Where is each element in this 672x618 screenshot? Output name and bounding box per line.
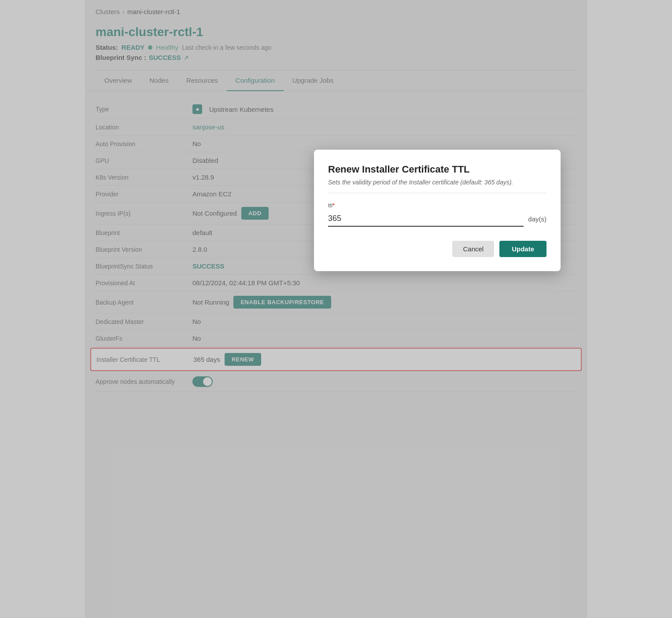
ttl-input[interactable]	[328, 211, 524, 227]
ttl-field: ttl* day(s)	[328, 202, 546, 227]
modal-subtitle: Sets the validity period of the Installe…	[328, 179, 546, 193]
field-label-ttl: ttl*	[328, 202, 546, 209]
field-unit: day(s)	[528, 215, 546, 223]
modal-overlay: Renew Installer Certificate TTL Sets the…	[85, 0, 587, 618]
field-input-row: day(s)	[328, 211, 546, 227]
renew-cert-modal: Renew Installer Certificate TTL Sets the…	[314, 150, 561, 271]
modal-title: Renew Installer Certificate TTL	[328, 164, 546, 175]
update-button[interactable]: Update	[499, 241, 546, 257]
cancel-button[interactable]: Cancel	[452, 241, 494, 257]
modal-actions: Cancel Update	[328, 237, 546, 257]
field-required-marker: *	[332, 202, 335, 209]
